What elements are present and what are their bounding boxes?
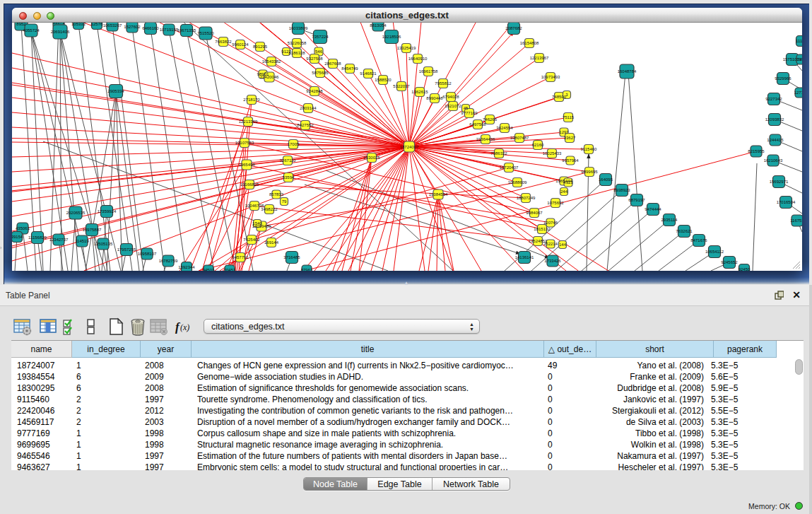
svg-text:16210643: 16210643 bbox=[764, 158, 783, 163]
svg-text:120746: 120746 bbox=[543, 221, 558, 225]
svg-text:7515520: 7515520 bbox=[197, 31, 214, 35]
svg-text:10654112: 10654112 bbox=[705, 250, 724, 254]
svg-text:105332: 105332 bbox=[71, 23, 86, 26]
svg-text:10975887: 10975887 bbox=[83, 228, 102, 232]
svg-text:7663822: 7663822 bbox=[215, 40, 232, 44]
svg-text:99371: 99371 bbox=[53, 23, 65, 25]
svg-text:3624554: 3624554 bbox=[496, 126, 513, 130]
svg-text:9115460: 9115460 bbox=[581, 147, 598, 151]
svg-text:22420046: 22420046 bbox=[260, 75, 279, 79]
svg-text:1527602: 1527602 bbox=[124, 25, 141, 29]
svg-text:10973493: 10973493 bbox=[541, 75, 560, 79]
svg-text:8215955: 8215955 bbox=[748, 149, 765, 153]
svg-text:94501: 94501 bbox=[203, 268, 215, 271]
svg-text:53226058: 53226058 bbox=[288, 41, 307, 45]
svg-text:10807487: 10807487 bbox=[510, 136, 529, 140]
svg-text:1965498: 1965498 bbox=[238, 163, 255, 167]
svg-text:5875685: 5875685 bbox=[312, 71, 329, 75]
svg-text:6466160: 6466160 bbox=[142, 26, 159, 30]
svg-text:75115: 75115 bbox=[563, 115, 575, 119]
svg-text:9899695: 9899695 bbox=[581, 170, 598, 174]
svg-text:9084067: 9084067 bbox=[526, 211, 543, 215]
svg-text:164095: 164095 bbox=[599, 177, 613, 182]
svg-text:10688609: 10688609 bbox=[508, 180, 527, 185]
svg-text:252214: 252214 bbox=[543, 242, 558, 246]
svg-text:79: 79 bbox=[282, 199, 287, 204]
svg-text:16640910: 16640910 bbox=[408, 57, 428, 61]
svg-text:546: 546 bbox=[315, 49, 323, 54]
svg-text:1362615: 1362615 bbox=[411, 90, 428, 94]
svg-text:6879197: 6879197 bbox=[628, 198, 645, 202]
svg-text:116753: 116753 bbox=[790, 218, 802, 223]
svg-text:2867608: 2867608 bbox=[324, 62, 341, 66]
svg-text:16154808: 16154808 bbox=[520, 41, 539, 45]
svg-text:16782759: 16782759 bbox=[159, 259, 178, 263]
svg-text:20451: 20451 bbox=[224, 268, 236, 271]
svg-text:7955812: 7955812 bbox=[435, 81, 452, 86]
svg-text:4055724: 4055724 bbox=[23, 28, 40, 33]
svg-text:114519: 114519 bbox=[75, 239, 89, 243]
svg-text:92450: 92450 bbox=[739, 267, 751, 271]
svg-text:6497568: 6497568 bbox=[469, 122, 486, 127]
svg-text:244: 244 bbox=[560, 189, 568, 194]
svg-text:3716485: 3716485 bbox=[283, 255, 300, 259]
svg-text:18807249: 18807249 bbox=[517, 196, 536, 200]
svg-text:1075692: 1075692 bbox=[547, 201, 564, 205]
svg-text:16048784: 16048784 bbox=[618, 69, 637, 74]
svg-text:1588520: 1588520 bbox=[375, 78, 392, 82]
svg-text:10107553: 10107553 bbox=[235, 141, 254, 145]
svg-text:1733426: 1733426 bbox=[544, 259, 561, 263]
svg-text:9474444: 9474444 bbox=[645, 207, 661, 211]
svg-text:1297: 1297 bbox=[559, 130, 569, 134]
svg-text:8471676: 8471676 bbox=[690, 238, 707, 243]
svg-text:8952: 8952 bbox=[16, 23, 26, 26]
svg-text:8938923: 8938923 bbox=[613, 188, 630, 192]
svg-text:19218506: 19218506 bbox=[382, 35, 401, 39]
svg-text:18724007: 18724007 bbox=[400, 145, 419, 149]
svg-text:21364436: 21364436 bbox=[476, 137, 495, 141]
svg-text:10719155: 10719155 bbox=[160, 28, 179, 32]
svg-text:3267110: 3267110 bbox=[280, 158, 297, 163]
svg-text:169144: 169144 bbox=[264, 240, 279, 245]
svg-text:87961: 87961 bbox=[301, 268, 313, 271]
svg-text:17016504: 17016504 bbox=[777, 200, 796, 204]
svg-text:1244415: 1244415 bbox=[767, 138, 784, 142]
svg-text:12093832: 12093832 bbox=[765, 117, 784, 122]
svg-text:12774: 12774 bbox=[794, 90, 802, 95]
svg-text:1621072: 1621072 bbox=[445, 104, 461, 108]
svg-text:17005: 17005 bbox=[288, 142, 300, 146]
svg-text:13325419: 13325419 bbox=[397, 46, 416, 50]
svg-text:9227342: 9227342 bbox=[765, 97, 782, 101]
svg-text:2803144: 2803144 bbox=[300, 106, 317, 110]
svg-text:39154: 39154 bbox=[12, 235, 23, 239]
svg-text:12342737: 12342737 bbox=[49, 238, 69, 242]
svg-text:9329966: 9329966 bbox=[775, 76, 792, 81]
svg-text:10958107: 10958107 bbox=[138, 252, 157, 256]
svg-text:4923: 4923 bbox=[563, 180, 573, 185]
svg-text:10671355: 10671355 bbox=[177, 28, 196, 33]
svg-text:15692971: 15692971 bbox=[770, 180, 789, 184]
svg-text:891295: 891295 bbox=[253, 45, 268, 49]
svg-text:2087682: 2087682 bbox=[505, 26, 522, 30]
svg-text:144: 144 bbox=[559, 243, 567, 247]
svg-text:7625402: 7625402 bbox=[243, 238, 260, 242]
svg-text:15720407: 15720407 bbox=[500, 165, 519, 170]
svg-text:435061: 435061 bbox=[16, 226, 30, 230]
svg-text:19384554: 19384554 bbox=[429, 192, 448, 197]
svg-text:8427552: 8427552 bbox=[297, 123, 314, 127]
svg-text:748500: 748500 bbox=[552, 95, 567, 99]
svg-text:17957255: 17957255 bbox=[117, 247, 136, 252]
svg-text:5322037: 5322037 bbox=[393, 84, 410, 88]
svg-text:12213369: 12213369 bbox=[239, 119, 258, 124]
svg-text:2935114: 2935114 bbox=[661, 218, 678, 222]
svg-text:7986322: 7986322 bbox=[490, 151, 507, 156]
svg-text:16961758: 16961758 bbox=[419, 69, 438, 74]
svg-text:1592344: 1592344 bbox=[178, 265, 195, 269]
svg-text:1193: 1193 bbox=[797, 57, 802, 62]
svg-text:45: 45 bbox=[464, 106, 469, 110]
svg-text:62160: 62160 bbox=[532, 143, 544, 147]
svg-text:16543382: 16543382 bbox=[262, 59, 281, 64]
svg-text:857833: 857833 bbox=[269, 192, 284, 197]
svg-text:10653267: 10653267 bbox=[103, 23, 122, 28]
svg-text:12576: 12576 bbox=[91, 23, 103, 26]
